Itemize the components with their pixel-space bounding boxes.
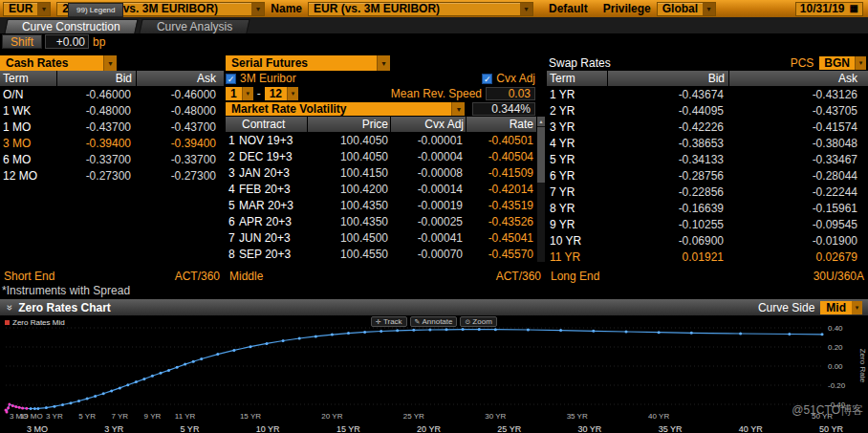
contract-cell: SEP 20+3: [239, 248, 308, 261]
column-header-term: Term: [547, 71, 607, 86]
term-cell: 7 YR: [547, 185, 607, 199]
svg-text:35 YR: 35 YR: [567, 412, 588, 421]
cash-rate-row[interactable]: 1 MO-0.43700-0.43700: [0, 119, 224, 135]
zero-rates-chart[interactable]: 0.400.200.00-0.20-0.403 MO19 MO3 YR5 YR7…: [0, 315, 868, 425]
swap-rate-row[interactable]: 3 YR-0.42226-0.41574: [547, 119, 868, 135]
curve-name-dropdown[interactable]: EUR (vs. 3M EURIBOR) ▼: [308, 2, 533, 16]
future-contract-row[interactable]: 7JUN 20+3100.4500-0.00041-0.45041: [226, 229, 536, 246]
ask-cell: -0.38048: [727, 137, 868, 150]
curve-side-dropdown[interactable]: Mid ▼: [820, 301, 862, 314]
ask-cell: -0.39400: [135, 137, 224, 150]
cvx-adj-label: Cvx Adj: [496, 72, 535, 85]
chevron-down-icon[interactable]: ▼: [855, 56, 866, 70]
chevron-down-icon[interactable]: ▼: [520, 3, 532, 15]
chevron-down-icon[interactable]: ▼: [37, 3, 50, 15]
axis-tick-label: 3 YR: [104, 425, 123, 433]
tab-curve-construction[interactable]: Curve Construction: [4, 19, 138, 33]
future-contract-row[interactable]: 4FEB 20+3100.4200-0.00014-0.42014: [226, 181, 536, 197]
swap-rate-row[interactable]: 5 YR-0.34133-0.33467: [547, 151, 868, 167]
volatility-dropdown[interactable]: Market Rate Volatility ▼: [226, 102, 465, 116]
zoom-button[interactable]: ⊙ Zoom: [460, 316, 496, 327]
currency-dropdown[interactable]: EUR ▼: [3, 2, 51, 16]
name-label: Name: [271, 2, 302, 15]
contract-cell: MAR 20+3: [239, 199, 308, 212]
spread-note: *Instruments with Spread: [0, 283, 868, 298]
swap-rate-row[interactable]: 2 YR-0.44095-0.43705: [547, 102, 868, 119]
scrollbar-thumb[interactable]: [537, 127, 545, 183]
rate-cell: -0.40504: [465, 150, 536, 163]
future-contract-row[interactable]: 3JAN 20+3100.4150-0.00008-0.41509: [226, 164, 536, 181]
chevron-down-icon[interactable]: ▼: [451, 102, 465, 116]
bid-cell: -0.38653: [607, 137, 727, 150]
bid-cell: -0.22856: [607, 185, 727, 199]
cash-rate-row[interactable]: 1 WK-0.48000-0.48000: [0, 102, 224, 119]
mean-rev-input[interactable]: 0.03: [486, 87, 535, 100]
range-from-dropdown[interactable]: 1 ▼: [226, 87, 253, 100]
cash-rate-row[interactable]: 3 MO-0.39400-0.39400: [0, 135, 224, 151]
swap-rate-row[interactable]: 11 YR0.019210.02679: [547, 249, 868, 265]
swap-rate-row[interactable]: 10 YR-0.06900-0.01900: [547, 232, 868, 249]
chevron-down-icon[interactable]: ▼: [287, 87, 298, 100]
future-contract-row[interactable]: 2DEC 19+3100.4050-0.00004-0.40504: [226, 148, 536, 164]
cash-rate-row[interactable]: 6 MO-0.33700-0.33700: [0, 151, 224, 167]
tab-bar: Curve Construction Curve Analysis: [0, 17, 868, 33]
zero-rates-svg: 0.400.200.00-0.20-0.403 MO19 MO3 YR5 YR7…: [0, 315, 868, 425]
ask-cell: 0.02679: [727, 250, 868, 264]
curve-side-label: Curve Side: [758, 301, 814, 314]
collapse-icon[interactable]: «: [3, 304, 14, 310]
annotate-button[interactable]: ✎ Annotate: [410, 316, 458, 327]
date-picker[interactable]: 10/31/19 ▦: [795, 2, 863, 16]
scroll-up-icon[interactable]: ▲: [537, 117, 545, 126]
cvx-adj-checkbox[interactable]: ✓: [482, 74, 492, 84]
contract-cell: JAN 20+3: [239, 166, 308, 180]
term-cell: 11 YR: [547, 250, 607, 264]
chevron-down-icon[interactable]: ▼: [377, 55, 390, 71]
swap-rate-row[interactable]: 7 YR-0.22856-0.22244: [547, 184, 868, 200]
chevron-down-icon[interactable]: ▼: [852, 301, 862, 314]
chevron-down-icon[interactable]: ▼: [251, 3, 264, 15]
future-contract-row[interactable]: 8SEP 20+3100.4550-0.00070-0.45570: [226, 246, 536, 262]
row-number: 1: [226, 134, 239, 147]
axis-tick-label: 10 YR: [256, 425, 280, 433]
shift-amount-input[interactable]: [45, 34, 89, 49]
swap-rate-row[interactable]: 1 YR-0.43674-0.43126: [547, 86, 868, 102]
chevron-down-icon[interactable]: ▼: [242, 87, 253, 100]
serial-futures-dropdown[interactable]: Serial Futures ▼: [226, 55, 390, 71]
future-contract-row[interactable]: 1NOV 19+3100.4050-0.00001-0.40501: [226, 132, 536, 148]
bid-cell: -0.43674: [607, 88, 727, 101]
futures-table: Contract Price Cvx Adj Rate 1NOV 19+3100…: [226, 117, 545, 262]
swap-rate-row[interactable]: 9 YR-0.10255-0.09545: [547, 216, 868, 232]
swap-rate-row[interactable]: 6 YR-0.28756-0.28044: [547, 167, 868, 184]
shift-button[interactable]: Shift: [2, 34, 42, 49]
legend-button[interactable]: 99) Legend: [68, 3, 123, 17]
svg-text:30 YR: 30 YR: [485, 412, 506, 421]
ask-cell: -0.46000: [135, 88, 224, 101]
futures-scrollbar[interactable]: ▲: [536, 117, 545, 262]
swap-rate-row[interactable]: 4 YR-0.38653-0.38048: [547, 135, 868, 151]
bottom-axis-strip: 3 MO3 YR5 YR10 YR15 YR20 YR25 YR30 YR35 …: [0, 425, 868, 433]
column-header-term: Term: [0, 71, 56, 86]
future-contract-row[interactable]: 6APR 20+3100.4350-0.00025-0.43526: [226, 213, 536, 229]
chevron-down-icon[interactable]: ▼: [703, 3, 715, 15]
track-button[interactable]: ✛ Track: [371, 316, 407, 327]
pricing-source-dropdown[interactable]: BGN ▼: [819, 56, 866, 70]
cash-rate-row[interactable]: 12 MO-0.27300-0.27300: [0, 167, 224, 184]
privilege-dropdown[interactable]: Global ▼: [657, 2, 716, 16]
daycount-label: ACT/360: [175, 270, 220, 283]
bid-cell: -0.28756: [607, 169, 727, 183]
chevron-down-icon[interactable]: ▼: [103, 55, 117, 71]
serial-futures-title: Serial Futures: [226, 56, 377, 70]
future-contract-row[interactable]: 5MAR 20+3100.4350-0.00019-0.43519: [226, 197, 536, 213]
cash-rate-row[interactable]: O/N-0.46000-0.46000: [0, 86, 224, 102]
range-to-dropdown[interactable]: 12 ▼: [265, 87, 298, 100]
privilege-label: Privilege: [603, 2, 651, 15]
bid-cell: -0.39400: [56, 137, 135, 150]
cash-rates-dropdown[interactable]: Cash Rates ▼: [0, 55, 117, 71]
swap-rate-row[interactable]: 8 YR-0.16639-0.15961: [547, 200, 868, 216]
calendar-icon[interactable]: ▦: [850, 4, 858, 13]
svg-text:0.40: 0.40: [828, 324, 843, 333]
axis-tick-label: 35 YR: [659, 425, 683, 433]
tab-curve-analysis[interactable]: Curve Analysis: [139, 19, 250, 33]
contract-checkbox[interactable]: ✓: [226, 74, 236, 84]
rate-cell: -0.40501: [465, 134, 536, 147]
